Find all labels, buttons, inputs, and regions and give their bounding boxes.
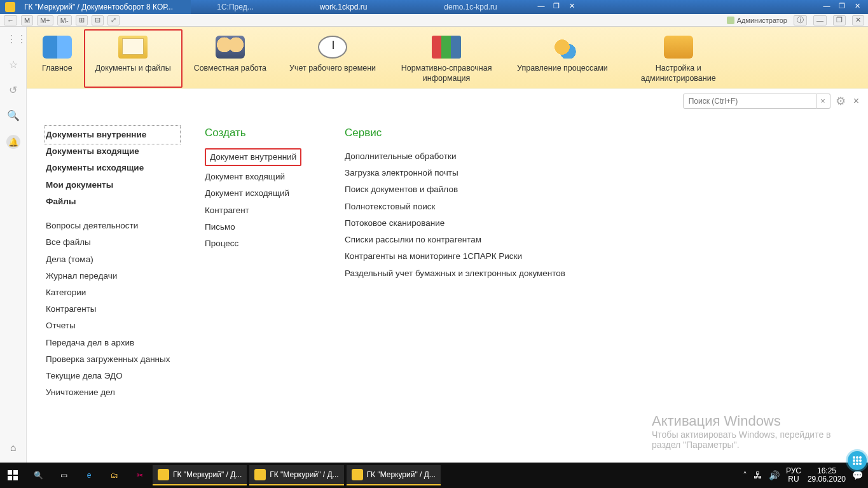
create-link[interactable]: Документ внутренний — [205, 148, 301, 166]
tab-title[interactable]: 1С:Пред... — [217, 3, 253, 11]
service-link[interactable]: Поиск документов и файлов — [345, 181, 565, 198]
window-title: ГК "Меркурий" / Документооборот 8 КОР... — [20, 3, 177, 11]
nav-link[interactable]: Все файлы — [46, 234, 179, 251]
taskbar-entry[interactable]: ГК "Меркурий" / Д... — [347, 465, 441, 485]
nav-link[interactable]: Документы внутренние — [46, 127, 179, 143]
ribbon-collab[interactable]: Совместная работа — [183, 29, 278, 88]
nav-link[interactable]: Отчеты — [46, 317, 179, 334]
history-icon[interactable]: ↺ — [6, 84, 20, 98]
ribbon-label: Документы и файлы — [95, 64, 171, 74]
nav-link[interactable]: Файлы — [46, 193, 179, 210]
taskbar-entry[interactable]: ГК "Меркурий" / Д... — [249, 465, 343, 485]
taskbar-entry[interactable]: ГК "Меркурий" / Д... — [153, 465, 247, 485]
grid-button[interactable]: ⊞ — [76, 15, 88, 25]
tray-network-icon[interactable]: 🖧 — [754, 470, 762, 480]
maximize-button[interactable]: ❐ — [835, 2, 849, 12]
ribbon-refinfo[interactable]: Нормативно-справочная информация — [387, 29, 506, 88]
ribbon-timesheet[interactable]: Учет рабочего времени — [278, 29, 387, 88]
refinfo-icon — [432, 36, 461, 59]
search-icon[interactable]: 🔍 — [6, 109, 20, 123]
nav-link[interactable]: Передача дел в архив — [46, 335, 179, 351]
notifications-icon[interactable]: 🔔 — [6, 135, 20, 149]
close-panel-button[interactable]: × — [851, 95, 862, 107]
service-link[interactable]: Списки рассылки по контрагентам — [345, 232, 565, 248]
nav-link[interactable]: Вопросы деятельности — [46, 218, 179, 234]
clear-search-button[interactable]: × — [816, 94, 830, 109]
create-link[interactable]: Документ входящий — [205, 169, 319, 185]
toolbar-secondary: ← M M+ M- ⊞ ⊟ ⤢ Администратор ⓘ — ❐ ✕ — [0, 14, 868, 27]
tab-title[interactable]: demo.1c-kpd.ru — [444, 3, 497, 11]
service-link[interactable]: Раздельный учет бумажных и электронных д… — [345, 265, 565, 282]
nav-link[interactable]: Контрагенты — [46, 301, 179, 317]
panel-toolbar: × ⚙ × — [27, 88, 868, 114]
gear-icon[interactable]: ⚙ — [836, 94, 846, 108]
nav-link[interactable]: Уничтожение дел — [46, 384, 179, 401]
search-input[interactable] — [683, 94, 816, 109]
service-link[interactable]: Полнотекстовый поиск — [345, 199, 565, 215]
create-link[interactable]: Контрагент — [205, 202, 319, 219]
current-user[interactable]: Администратор — [727, 17, 787, 24]
language-indicator[interactable]: РУС RU — [786, 467, 801, 484]
start-button[interactable] — [0, 463, 25, 488]
tray-notifications-icon[interactable]: 💬 — [852, 470, 863, 480]
tray-chevron-up-icon[interactable]: ˄ — [743, 470, 747, 480]
nav-link[interactable]: Документы исходящие — [46, 160, 179, 176]
nav-link[interactable]: Проверка загруженных данных — [46, 351, 179, 368]
nav-link[interactable]: Мои документы — [46, 177, 179, 193]
minimize-button[interactable]: — — [820, 2, 834, 12]
minimize-button[interactable]: — — [813, 15, 827, 25]
nav-link[interactable]: Журнал передачи — [46, 268, 179, 284]
shrink-button[interactable]: ⊟ — [92, 15, 104, 25]
nav-link[interactable]: Текущие дела ЭДО — [46, 368, 179, 384]
timesheet-icon — [318, 36, 347, 59]
ribbon-label: Настройка и администрирование — [631, 64, 726, 83]
back-button[interactable]: ← — [4, 15, 17, 25]
create-link[interactable]: Документ исходящий — [205, 185, 319, 202]
close-button[interactable]: ✕ — [565, 2, 579, 12]
nav-link[interactable]: Категории — [46, 284, 179, 301]
nav-link[interactable]: Дела (тома) — [46, 251, 179, 268]
watermark-title: Активация Windows — [652, 413, 855, 429]
service-link[interactable]: Загрузка электронной почты — [345, 165, 565, 181]
taskbar-search-icon[interactable]: 🔍 — [25, 463, 51, 488]
mminus-button[interactable]: M- — [57, 15, 72, 25]
create-link[interactable]: Процесс — [205, 235, 319, 252]
ribbon-main[interactable]: Главное — [31, 29, 84, 88]
taskbar-app-icon — [158, 469, 169, 480]
assist-bubble[interactable] — [848, 451, 867, 470]
ribbon-admin[interactable]: Настройка и администрирование — [619, 29, 738, 88]
taskview-icon[interactable]: ▭ — [51, 463, 76, 488]
nav-link[interactable]: Документы входящие — [46, 143, 179, 160]
service-link[interactable]: Потоковое сканирование — [345, 215, 565, 232]
expand-button[interactable]: ⤢ — [107, 15, 120, 25]
taskbar-entry-label: ГК "Меркурий" / Д... — [367, 470, 436, 479]
tray-volume-icon[interactable]: 🔊 — [769, 470, 780, 480]
create-header: Создать — [205, 127, 319, 139]
clock[interactable]: 16:25 29.06.2020 — [808, 467, 846, 484]
m-button[interactable]: M — [21, 15, 33, 25]
service-link[interactable]: Контрагенты на мониторинге 1СПАРК Риски — [345, 248, 565, 265]
maximize-button[interactable]: ❐ — [549, 2, 563, 12]
favorites-icon[interactable]: ☆ — [6, 59, 20, 73]
user-name: Администратор — [737, 17, 787, 24]
ie-icon[interactable]: e — [76, 463, 102, 488]
close-button[interactable]: ✕ — [850, 2, 864, 12]
docs-icon — [118, 36, 148, 59]
mplus-button[interactable]: M+ — [37, 15, 53, 25]
ribbon-proc[interactable]: Управление процессами — [506, 29, 619, 88]
apps-grid-icon[interactable]: ⋮⋮⋮ — [6, 33, 20, 47]
maximize-button[interactable]: ❐ — [833, 15, 846, 25]
service-link[interactable]: Дополнительные обработки — [345, 148, 565, 165]
explorer-icon[interactable]: 🗂 — [102, 463, 127, 488]
snip-icon[interactable]: ✂ — [127, 463, 153, 488]
ribbon-docs[interactable]: Документы и файлы — [84, 29, 183, 88]
tab-title[interactable]: work.1ckpd.ru — [316, 3, 371, 11]
minimize-button[interactable]: — — [534, 2, 548, 12]
ribbon-label: Главное — [42, 64, 72, 74]
info-button[interactable]: ⓘ — [794, 15, 807, 25]
home-icon[interactable]: ⌂ — [6, 442, 20, 456]
close-button[interactable]: ✕ — [852, 15, 864, 25]
create-link[interactable]: Письмо — [205, 219, 319, 235]
proc-icon — [548, 36, 577, 59]
clock-date: 29.06.2020 — [808, 475, 846, 484]
